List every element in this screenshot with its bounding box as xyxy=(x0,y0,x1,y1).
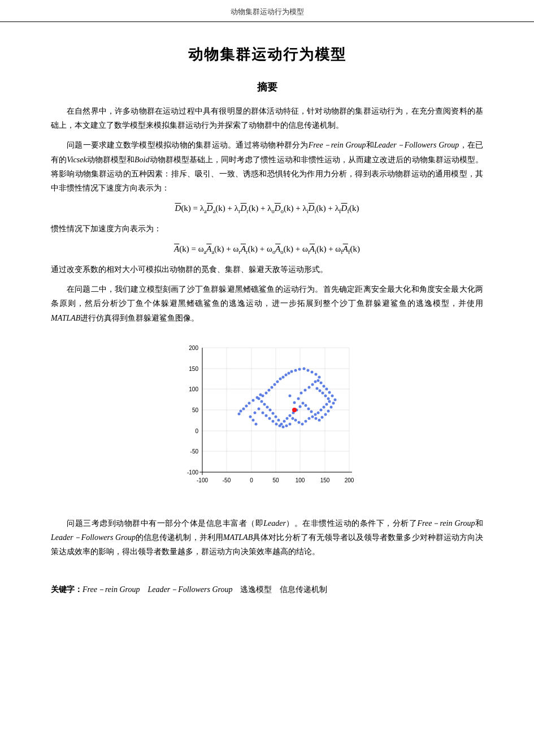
paragraph-2-end: 通过改变系数的相对大小可模拟出动物群的觅食、集群、躲避天敌等运动形式。 xyxy=(51,262,483,277)
svg-point-101 xyxy=(329,405,332,408)
svg-point-69 xyxy=(260,400,263,403)
svg-text:50: 50 xyxy=(192,407,198,413)
svg-point-129 xyxy=(292,408,297,412)
abstract-title: 摘要 xyxy=(51,80,483,94)
vicsek-term: Vicsek xyxy=(67,155,87,164)
svg-point-41 xyxy=(315,387,318,390)
scatter-plot: -100 -50 0 50 100 150 200 -100 -50 0 50 … xyxy=(171,336,363,500)
svg-point-110 xyxy=(253,411,256,414)
svg-point-108 xyxy=(251,418,254,421)
svg-point-55 xyxy=(301,401,304,404)
formula-1-block: D(k) = λaDa(k) + λrDr(k) + λoDo(k) + λiD… xyxy=(51,201,483,217)
svg-point-92 xyxy=(301,422,303,425)
svg-point-94 xyxy=(307,417,310,420)
svg-point-87 xyxy=(314,373,317,375)
svg-point-34 xyxy=(303,388,306,391)
svg-point-105 xyxy=(328,391,331,394)
svg-point-125 xyxy=(245,404,248,407)
keyword-4: 信息传递机制 xyxy=(280,585,327,594)
svg-point-96 xyxy=(314,417,317,420)
svg-point-56 xyxy=(298,405,301,408)
free-rein-group-term: Free－rein Group xyxy=(309,141,366,149)
svg-point-80 xyxy=(287,371,290,374)
svg-point-64 xyxy=(274,415,277,418)
svg-point-93 xyxy=(304,420,307,422)
svg-point-120 xyxy=(288,422,291,425)
svg-point-88 xyxy=(318,375,320,378)
svg-point-85 xyxy=(306,369,309,371)
svg-point-40 xyxy=(322,385,325,387)
keyword-2: Leader－Followers Group xyxy=(147,585,232,594)
svg-point-111 xyxy=(257,407,260,410)
svg-point-37 xyxy=(314,380,316,383)
svg-text:-100: -100 xyxy=(186,469,198,476)
free-rein-term-2: Free－rein Group xyxy=(418,519,475,528)
keyword-1: Free－rein Group xyxy=(83,585,140,594)
svg-point-67 xyxy=(266,405,268,408)
svg-point-107 xyxy=(254,422,257,425)
keyword-3: 逃逸模型 xyxy=(240,585,272,594)
boid-term: Boid xyxy=(134,155,149,164)
svg-point-128 xyxy=(237,412,240,415)
svg-point-75 xyxy=(273,383,276,386)
svg-point-106 xyxy=(325,387,328,390)
svg-point-51 xyxy=(314,413,316,416)
svg-point-38 xyxy=(316,379,319,382)
svg-point-100 xyxy=(327,409,329,412)
svg-text:150: 150 xyxy=(320,477,329,483)
svg-point-91 xyxy=(297,421,300,424)
page-header: 动物集群运动行为模型 xyxy=(0,0,534,22)
svg-point-104 xyxy=(331,394,333,397)
svg-point-68 xyxy=(263,403,266,405)
svg-text:-50: -50 xyxy=(222,477,231,483)
svg-point-98 xyxy=(320,416,323,418)
svg-point-86 xyxy=(310,370,313,373)
svg-point-74 xyxy=(270,386,273,388)
svg-point-82 xyxy=(294,369,297,371)
svg-point-119 xyxy=(285,424,288,427)
svg-point-63 xyxy=(277,418,280,421)
svg-point-72 xyxy=(264,391,267,394)
svg-point-52 xyxy=(310,410,312,413)
svg-point-39 xyxy=(319,381,322,384)
header-title: 动物集群运动行为模型 xyxy=(231,7,304,16)
svg-point-33 xyxy=(299,391,302,394)
matlab-term-2: MATLAB xyxy=(223,533,253,542)
leader-followers-term: Leader－Followers Group xyxy=(374,141,459,149)
svg-point-78 xyxy=(281,375,284,378)
svg-point-84 xyxy=(302,367,305,370)
svg-point-61 xyxy=(283,420,285,422)
paragraph-4: 问题三考虑到动物群中有一部分个体是信息丰富者（即Leader）。在非惯性运动的条… xyxy=(51,516,483,559)
svg-point-53 xyxy=(307,407,310,410)
svg-point-114 xyxy=(268,417,271,420)
svg-point-124 xyxy=(248,401,250,404)
chart-container: -100 -50 0 50 100 150 200 -100 -50 0 50 … xyxy=(51,336,483,505)
svg-point-102 xyxy=(332,401,335,404)
svg-point-122 xyxy=(255,396,258,399)
svg-point-47 xyxy=(325,403,328,405)
svg-point-32 xyxy=(288,394,291,397)
svg-point-83 xyxy=(298,368,301,370)
svg-point-117 xyxy=(278,424,281,427)
svg-point-115 xyxy=(271,420,274,422)
svg-point-30 xyxy=(293,401,296,404)
paragraph-2: 问题一要求建立数学模型模拟动物的集群运动。通过将动物种群分为Free－rein … xyxy=(51,138,483,195)
page-content: 动物集群运动行为模型 摘要 在自然界中，许多动物群在运动过程中具有很明显的群体活… xyxy=(0,22,534,632)
svg-point-35 xyxy=(307,386,310,388)
svg-point-36 xyxy=(311,383,314,386)
svg-text:200: 200 xyxy=(344,477,354,483)
svg-point-77 xyxy=(279,377,281,380)
svg-point-112 xyxy=(261,411,264,414)
svg-point-109 xyxy=(249,415,251,418)
svg-point-60 xyxy=(285,417,288,420)
svg-point-103 xyxy=(333,398,336,401)
svg-text:100: 100 xyxy=(295,477,305,483)
svg-point-59 xyxy=(288,414,291,417)
svg-point-43 xyxy=(321,391,324,394)
svg-text:200: 200 xyxy=(189,345,198,351)
paragraph-1: 在自然界中，许多动物群在运动过程中具有很明显的群体活动特征，针对动物群的集群运动… xyxy=(51,104,483,132)
keywords-section: 关键字：Free－rein Group Leader－Followers Gro… xyxy=(51,582,483,598)
svg-point-44 xyxy=(324,394,327,397)
svg-text:0: 0 xyxy=(195,428,198,434)
svg-point-45 xyxy=(327,397,329,400)
